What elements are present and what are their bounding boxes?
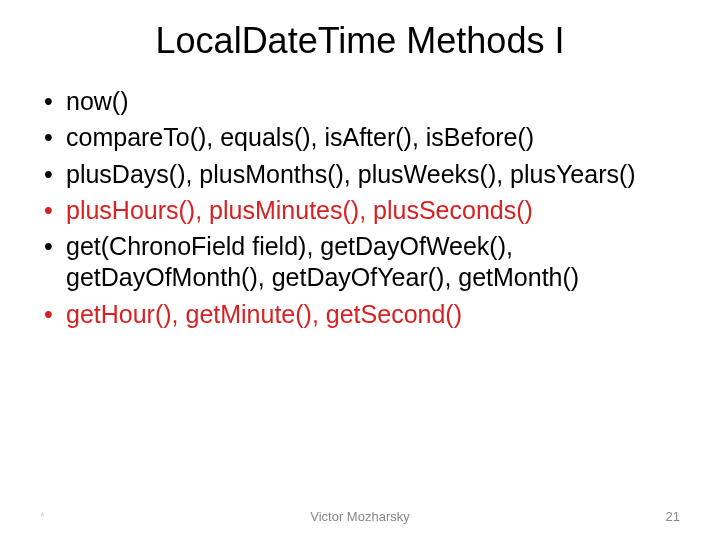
page-number: 21 <box>666 509 680 524</box>
slide-footer: * Victor Mozharsky 21 <box>0 509 720 524</box>
list-item: now() <box>40 86 680 117</box>
list-item: getHour(), getMinute(), getSecond() <box>40 299 680 330</box>
slide: LocalDateTime Methods I now() compareTo(… <box>0 0 720 540</box>
list-item: plusDays(), plusMonths(), plusWeeks(), p… <box>40 159 680 190</box>
footer-mark: * <box>40 510 45 524</box>
list-item: compareTo(), equals(), isAfter(), isBefo… <box>40 122 680 153</box>
slide-title: LocalDateTime Methods I <box>40 20 680 62</box>
list-item: get(ChronoField field), getDayOfWeek(), … <box>40 231 680 294</box>
footer-author: Victor Mozharsky <box>310 509 409 524</box>
list-item: plusHours(), plusMinutes(), plusSeconds(… <box>40 195 680 226</box>
bullet-list: now() compareTo(), equals(), isAfter(), … <box>40 86 680 330</box>
